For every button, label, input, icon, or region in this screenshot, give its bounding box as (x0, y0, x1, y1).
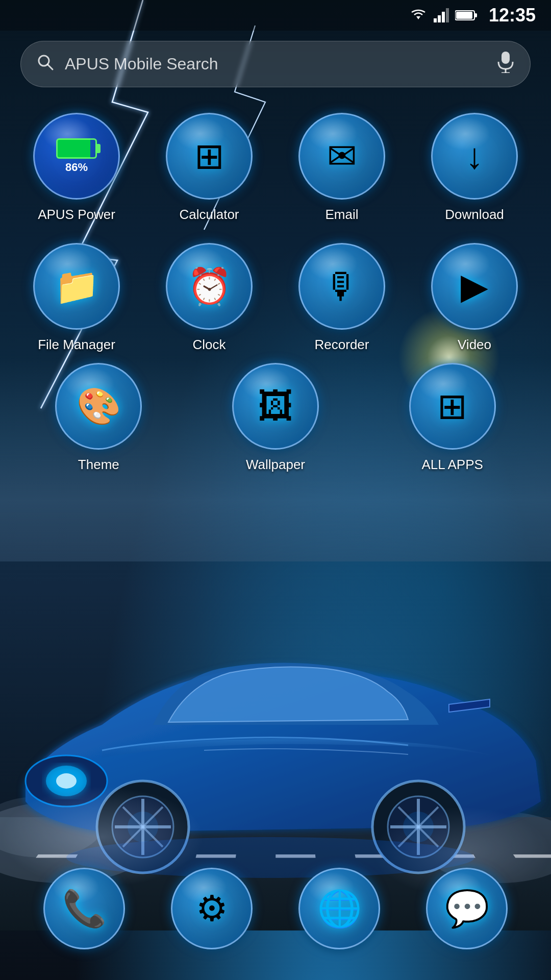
app-icon-symbol-browser: 🌐 (317, 888, 362, 929)
app-icon-clock: ⏰ (166, 243, 253, 330)
svg-rect-24 (442, 12, 445, 22)
svg-rect-27 (474, 13, 477, 17)
app-item-all-apps[interactable]: ⊞ALL APPS (369, 363, 536, 473)
app-item-email[interactable]: ✉Email (281, 113, 403, 223)
app-label-theme: Theme (78, 457, 119, 473)
app-icon-symbol-theme: 🎨 (77, 385, 121, 427)
app-item-messages[interactable]: 💬 (426, 868, 508, 949)
app-icon-email: ✉ (298, 113, 385, 200)
app-grid-row3: 🎨Theme🖼Wallpaper⊞ALL APPS (0, 363, 551, 483)
app-icon-symbol-email: ✉ (327, 135, 357, 177)
app-label-video: Video (458, 337, 491, 353)
app-icon-phone: 📞 (43, 868, 125, 949)
dock: 📞⚙🌐💬 (0, 857, 551, 960)
app-grid-row2: 📁File Manager⏰Clock🎙Recorder▶Video (0, 228, 551, 368)
app-icon-symbol-phone: 📞 (62, 888, 107, 929)
app-item-apus-power[interactable]: 86%APUS Power (15, 113, 138, 223)
app-icon-symbol-calculator: ⊞ (194, 135, 224, 177)
app-icon-wallpaper: 🖼 (232, 363, 319, 450)
app-icon-symbol-messages: 💬 (445, 888, 489, 929)
app-icon-file-manager: 📁 (33, 243, 120, 330)
svg-rect-28 (456, 12, 472, 19)
app-icon-messages: 💬 (426, 868, 508, 949)
app-item-clock[interactable]: ⏰Clock (148, 243, 270, 353)
app-icon-symbol-file-manager: 📁 (55, 265, 99, 307)
search-icon (36, 53, 55, 76)
svg-rect-31 (502, 52, 510, 64)
app-item-video[interactable]: ▶Video (413, 243, 536, 353)
mic-icon[interactable] (496, 51, 515, 78)
app-icon-symbol-all-apps: ⊞ (437, 385, 467, 427)
app-item-settings[interactable]: ⚙ (171, 868, 253, 949)
app-item-download[interactable]: ↓Download (413, 113, 536, 223)
app-label-wallpaper: Wallpaper (246, 457, 305, 473)
app-label-email: Email (325, 207, 358, 223)
app-label-calculator: Calculator (179, 207, 239, 223)
app-label-recorder: Recorder (315, 337, 369, 353)
app-icon-video: ▶ (431, 243, 518, 330)
app-icon-apus-power: 86% (33, 113, 120, 200)
app-icon-calculator: ⊞ (166, 113, 253, 200)
app-icon-theme: 🎨 (55, 363, 142, 450)
app-icon-symbol-video: ▶ (461, 265, 488, 307)
search-bar[interactable]: APUS Mobile Search (20, 41, 531, 87)
app-icon-download: ↓ (431, 113, 518, 200)
wifi-icon (409, 8, 428, 22)
battery-display: 86% (56, 138, 97, 174)
svg-line-30 (47, 64, 53, 69)
signal-icon (434, 8, 449, 22)
app-icon-symbol-recorder: 🎙 (324, 266, 360, 307)
app-label-apus-power: APUS Power (38, 207, 115, 223)
battery-percent: 86% (65, 161, 88, 174)
app-item-phone[interactable]: 📞 (43, 868, 125, 949)
app-label-all-apps: ALL APPS (421, 457, 483, 473)
app-icon-symbol-wallpaper: 🖼 (258, 386, 293, 427)
app-item-wallpaper[interactable]: 🖼Wallpaper (192, 363, 359, 473)
svg-rect-25 (446, 8, 449, 22)
app-item-recorder[interactable]: 🎙Recorder (281, 243, 403, 353)
app-icon-all-apps: ⊞ (409, 363, 496, 450)
app-label-download: Download (445, 207, 504, 223)
battery-status-icon (455, 9, 478, 21)
search-placeholder: APUS Mobile Search (65, 55, 496, 74)
app-icon-symbol-clock: ⏰ (187, 265, 232, 307)
app-grid-row1: 86%APUS Power⊞Calculator✉Email↓Download (0, 97, 551, 238)
app-label-file-manager: File Manager (38, 337, 115, 353)
app-icon-settings: ⚙ (171, 868, 253, 949)
app-item-calculator[interactable]: ⊞Calculator (148, 113, 270, 223)
app-icon-symbol-settings: ⚙ (196, 888, 228, 929)
app-icon-symbol-download: ↓ (466, 136, 484, 177)
app-icon-recorder: 🎙 (298, 243, 385, 330)
app-icon-browser: 🌐 (298, 868, 380, 949)
app-item-browser[interactable]: 🌐 (298, 868, 380, 949)
battery-bar (56, 138, 97, 159)
svg-rect-23 (438, 15, 441, 22)
svg-rect-22 (434, 18, 437, 22)
status-time: 12:35 (489, 5, 536, 26)
status-bar: 12:35 (0, 0, 551, 31)
app-item-file-manager[interactable]: 📁File Manager (15, 243, 138, 353)
app-item-theme[interactable]: 🎨Theme (15, 363, 182, 473)
app-label-clock: Clock (192, 337, 226, 353)
